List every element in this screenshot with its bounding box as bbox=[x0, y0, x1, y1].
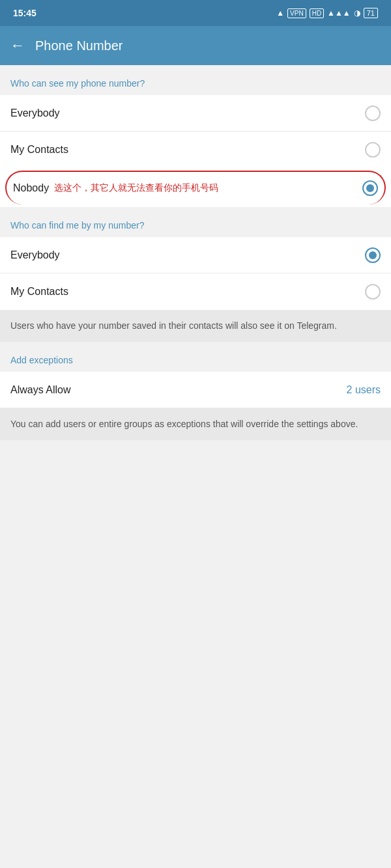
spacer bbox=[0, 440, 391, 701]
option-everybody2[interactable]: Everybody bbox=[0, 237, 391, 273]
option-mycontacts1[interactable]: My Contacts bbox=[0, 132, 391, 168]
status-time: 15:45 bbox=[13, 8, 36, 18]
section2-label: Who can find me by my number? bbox=[0, 207, 391, 237]
nobody-annotation: 选这个，其它人就无法查看你的手机号码 bbox=[54, 182, 362, 194]
status-bar: 15:45 ▲ VPN HD ▲▲▲ ◑ 71 bbox=[0, 0, 391, 26]
radio-mycontacts1[interactable] bbox=[365, 142, 381, 158]
battery-icon: 71 bbox=[364, 8, 378, 18]
option-everybody1[interactable]: Everybody bbox=[0, 95, 391, 132]
back-button[interactable]: ← bbox=[10, 37, 25, 54]
status-icons: ▲ VPN HD ▲▲▲ ◑ 71 bbox=[276, 8, 378, 18]
option-everybody2-label: Everybody bbox=[10, 249, 60, 261]
users-count: 2 users bbox=[347, 384, 381, 396]
bottom-info: You can add users or entire groups as ex… bbox=[0, 408, 391, 440]
exceptions-label[interactable]: Add exceptions bbox=[0, 342, 391, 372]
page-title: Phone Number bbox=[35, 38, 123, 53]
option-mycontacts1-label: My Contacts bbox=[10, 144, 68, 156]
section2-options: Everybody My Contacts bbox=[0, 237, 391, 310]
option-everybody1-label: Everybody bbox=[10, 107, 60, 119]
option-nobody-label: Nobody bbox=[13, 182, 49, 194]
option-mycontacts2[interactable]: My Contacts bbox=[0, 273, 391, 310]
content: Who can see my phone number? Everybody M… bbox=[0, 65, 391, 701]
nobody-wrapper: Nobody 选这个，其它人就无法查看你的手机号码 bbox=[0, 168, 391, 207]
wifi-icon: ◑ bbox=[354, 8, 360, 18]
vpn-badge: VPN bbox=[287, 8, 306, 18]
always-allow-row[interactable]: Always Allow 2 users bbox=[0, 372, 391, 408]
section1-label: Who can see my phone number? bbox=[0, 65, 391, 95]
info-box1: Users who have your number saved in thei… bbox=[0, 310, 391, 342]
section1-options: Everybody My Contacts bbox=[0, 95, 391, 168]
header: ← Phone Number bbox=[0, 26, 391, 65]
radio-nobody[interactable] bbox=[362, 180, 378, 196]
always-allow-label: Always Allow bbox=[10, 384, 70, 396]
signal-icon: ▲▲▲ bbox=[327, 8, 351, 18]
option-nobody[interactable]: Nobody 选这个，其它人就无法查看你的手机号码 bbox=[5, 171, 386, 204]
bluetooth-icon: ▲ bbox=[276, 8, 284, 18]
option-mycontacts2-label: My Contacts bbox=[10, 286, 68, 298]
radio-everybody1[interactable] bbox=[365, 105, 381, 121]
hd-badge: HD bbox=[310, 8, 324, 18]
radio-mycontacts2[interactable] bbox=[365, 284, 381, 300]
radio-everybody2[interactable] bbox=[365, 247, 381, 263]
